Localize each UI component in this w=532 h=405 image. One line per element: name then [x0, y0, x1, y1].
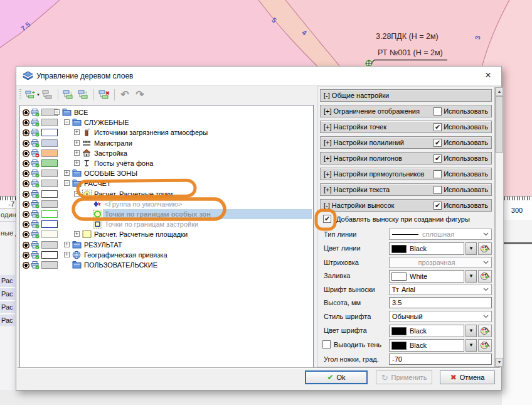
visibility-eye-icon[interactable]	[22, 109, 30, 117]
collapse-expander-icon[interactable]: −	[54, 109, 60, 115]
section-header[interactable]: [-] Общие настройки	[320, 89, 492, 102]
expand-expander-icon[interactable]: +	[74, 231, 80, 237]
visibility-eye-icon[interactable]	[22, 210, 30, 219]
layer-row[interactable]: <Группа по умолчанию>	[20, 199, 313, 209]
printer-icon[interactable]	[31, 128, 40, 138]
layer-label[interactable]: Посты учёта фона	[94, 159, 153, 167]
palette-icon[interactable]	[478, 242, 492, 255]
visibility-eye-icon[interactable]	[22, 180, 30, 188]
visibility-eye-icon[interactable]	[22, 149, 30, 158]
layer-label[interactable]: Источники загрязнения атмосферы	[94, 129, 208, 136]
layer-label[interactable]: СЛУЖЕБНЫЕ	[84, 119, 129, 126]
use-checkbox[interactable]: ✔	[434, 139, 442, 147]
layer-row[interactable]: +Застройка	[20, 148, 313, 158]
cancel-button[interactable]: ✖ Отмена	[440, 370, 495, 384]
printer-icon[interactable]	[31, 240, 40, 251]
scroll-down-arrow[interactable]: ▼	[496, 358, 503, 367]
use-checkbox[interactable]: ✔	[434, 154, 442, 163]
palette-icon[interactable]	[478, 325, 492, 337]
layer-label[interactable]: Географическая привязка	[84, 251, 168, 259]
layer-row[interactable]: −РАСЧЕТ	[20, 178, 313, 188]
printer-icon[interactable]	[31, 169, 40, 179]
printer-icon[interactable]	[31, 200, 40, 210]
collapse-expander-icon[interactable]: −	[64, 180, 70, 186]
combo[interactable]: Обычный	[389, 311, 492, 322]
layer-color-swatch[interactable]	[41, 230, 58, 238]
printer-icon[interactable]	[31, 139, 40, 149]
scroll-thumb[interactable]	[496, 96, 503, 153]
color-combo[interactable]: Black	[389, 339, 464, 352]
combo[interactable]: прозрачная	[389, 257, 492, 268]
visibility-eye-icon[interactable]	[22, 220, 30, 229]
layer-color-swatch[interactable]	[41, 170, 58, 177]
layer-color-swatch[interactable]	[41, 180, 58, 187]
layer-label[interactable]: ОСОБЫЕ ЗОНЫ	[84, 170, 137, 177]
printer-icon[interactable]	[31, 251, 40, 261]
visibility-eye-icon[interactable]	[22, 230, 30, 239]
collapse-expander-icon[interactable]: −	[74, 191, 80, 197]
visibility-eye-icon[interactable]	[22, 261, 30, 269]
layer-label[interactable]: ВСЕ	[74, 109, 88, 116]
layer-tree-panel[interactable]: −ВСЕ−СЛУЖЕБНЫЕ+Источники загрязнения атм…	[19, 105, 314, 368]
visibility-eye-icon[interactable]	[22, 119, 30, 127]
layer-label[interactable]: Расчет. Расчетные площадки	[94, 230, 188, 238]
layer-color-swatch[interactable]	[41, 251, 58, 259]
layer-label[interactable]: Магистрали	[94, 139, 132, 147]
text-input[interactable]: -70	[389, 354, 492, 365]
color-combo[interactable]: Black	[389, 325, 464, 337]
expand-expander-icon[interactable]: +	[74, 129, 80, 135]
color-combo[interactable]: Black	[389, 242, 464, 255]
color-dropdown-button[interactable]: ▼	[466, 339, 477, 352]
layer-label[interactable]: Точки по границам застройки	[105, 220, 198, 228]
printer-icon[interactable]	[31, 220, 40, 230]
line-type-combo[interactable]: сплошная	[389, 229, 492, 240]
layer-row[interactable]: +ОСОБЫЕ ЗОНЫ	[20, 168, 313, 178]
layer-scheme-button[interactable]	[40, 88, 55, 102]
layer-label[interactable]: Застройка	[94, 149, 127, 157]
shadow-checkbox[interactable]	[322, 340, 331, 348]
delete-layer-button[interactable]: ✖	[97, 88, 112, 102]
layer-color-swatch[interactable]	[41, 119, 58, 126]
settings-scrollbar[interactable]: ▲ ▼	[495, 87, 504, 367]
color-dropdown-button[interactable]: ▼	[466, 242, 477, 255]
color-combo[interactable]: White	[389, 270, 464, 283]
section-header[interactable]: [+] Настройки полилиний✔Использовать	[320, 136, 492, 149]
layer-label[interactable]: Расчет. Расчетные точки	[94, 190, 173, 198]
layer-color-swatch[interactable]	[41, 241, 58, 249]
layer-row[interactable]: +Расчет. Расчетные площадки	[20, 229, 313, 239]
layer-row[interactable]: −Расчет. Расчетные точки	[20, 189, 313, 199]
layer-color-swatch[interactable]	[41, 190, 58, 198]
ok-button[interactable]: ✔ Ok	[305, 370, 368, 384]
printer-icon[interactable]	[31, 159, 40, 169]
section-header[interactable]: [+] Ограничение отображенияИспользовать	[320, 105, 492, 117]
close-icon[interactable]: ×	[481, 68, 495, 82]
layer-row[interactable]: +Источники загрязнения атмосферы	[20, 127, 313, 138]
section-header[interactable]: [+] Настройки полигонов✔Использовать	[320, 152, 492, 165]
layer-color-swatch[interactable]	[41, 200, 58, 208]
layer-row[interactable]: +РЕЗУЛЬТАТ	[20, 240, 313, 250]
printer-icon[interactable]	[31, 118, 40, 128]
redo-button[interactable]: ↷	[132, 88, 147, 102]
layer-row[interactable]: −ВСЕ	[20, 107, 313, 117]
move-layer-up-button[interactable]: ↑	[76, 88, 91, 102]
visibility-eye-icon[interactable]	[22, 200, 30, 208]
add-callout-checkbox[interactable]: ✔	[323, 215, 331, 223]
visibility-eye-icon[interactable]	[22, 241, 30, 249]
add-layer-button[interactable]: +▼	[25, 88, 40, 102]
printer-icon[interactable]	[31, 108, 40, 118]
expand-expander-icon[interactable]: +	[64, 252, 70, 257]
printer-icon[interactable]	[31, 149, 40, 159]
undo-button[interactable]: ↶	[117, 88, 132, 102]
layer-row[interactable]: ПОЛЬЗОВАТЕЛЬСКИЕ	[20, 260, 313, 270]
layer-row[interactable]: −СЛУЖЕБНЫЕ	[20, 117, 313, 127]
visibility-eye-icon[interactable]	[22, 159, 30, 168]
section-header[interactable]: [+] Настройки текстаИспользовать	[320, 183, 492, 196]
layer-color-swatch[interactable]	[41, 129, 58, 136]
layer-row[interactable]: +Географическая привязка	[20, 250, 313, 260]
section-header[interactable]: [+] Настройки точек✔Использовать	[320, 121, 492, 133]
palette-icon[interactable]	[478, 339, 492, 352]
layer-color-swatch[interactable]	[41, 149, 58, 157]
section-header[interactable]: [+] Настройки прямоугольниковИспользоват…	[320, 168, 492, 180]
use-checkbox[interactable]: ✔	[434, 123, 442, 131]
printer-icon[interactable]	[31, 230, 40, 240]
